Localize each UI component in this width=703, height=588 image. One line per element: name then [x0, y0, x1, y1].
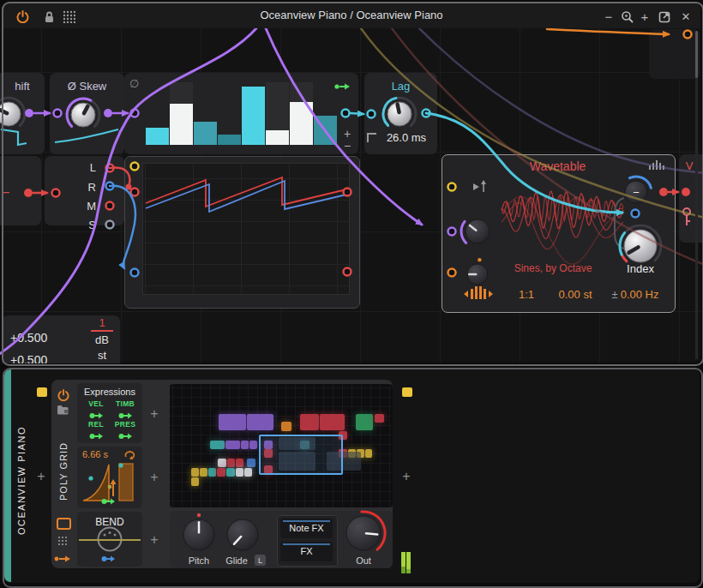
minimap-module-block [219, 414, 246, 430]
add-modulator-button[interactable]: + [147, 532, 161, 548]
zoom-reset-icon[interactable] [619, 9, 634, 24]
track-color-strip [4, 369, 11, 582]
lag-time-value[interactable]: 26.0 ms [380, 131, 433, 144]
minimap-module-block [300, 414, 319, 430]
envelope-out-port-icon[interactable] [100, 496, 115, 506]
minimap-module-block [210, 441, 225, 449]
note-fx-accent [283, 520, 330, 522]
device-power-icon[interactable] [57, 388, 69, 401]
minimap-module-block [375, 414, 384, 423]
routing-icon[interactable] [53, 554, 72, 564]
track-name-vertical: OCEANVIEW PIANO [15, 401, 28, 559]
minimap-module-block [225, 441, 240, 449]
envelope-time-value[interactable]: 6.66 s [82, 449, 108, 459]
bend-value-line [79, 539, 141, 541]
minimap-module-block [227, 459, 235, 467]
module-minus-label: − [2, 185, 14, 201]
fx-accent [283, 543, 330, 545]
glide-knob-label: Glide [219, 555, 254, 566]
preset-folder-icon[interactable] [56, 404, 69, 415]
expression-label-timb: TIMB [112, 399, 138, 408]
value-row2[interactable]: +0.500 [10, 353, 47, 363]
minimap-viewport[interactable] [259, 435, 343, 475]
step-bar[interactable] [194, 122, 217, 145]
bitwig-grid-window: hift Ø Skew ∅ + − Lag 26.0 ms − L R M S … [0, 0, 703, 588]
expression-port-icon[interactable] [89, 408, 103, 417]
track-io-square[interactable] [37, 387, 47, 397]
module-title: Wavetable [442, 159, 674, 173]
unit-fraction-denominator[interactable]: dB [91, 333, 113, 346]
add-device-left-button[interactable]: + [33, 469, 49, 484]
note-fx-label: Note FX [280, 523, 333, 533]
display-toggle-icon[interactable] [57, 518, 71, 530]
minimap-module-block [236, 459, 243, 467]
minimap-module-block [281, 422, 291, 431]
loop-icon[interactable] [123, 448, 138, 460]
value-row2-unit[interactable]: st [91, 349, 113, 362]
steps-bars[interactable] [146, 82, 338, 145]
level-meter-left [401, 552, 406, 573]
expressions-title: Expressions [77, 387, 142, 397]
bend-out-port-icon[interactable] [100, 554, 115, 563]
module-title: Lag [364, 80, 437, 93]
close-icon[interactable]: ✕ [678, 9, 694, 24]
wavetable-freq-value[interactable]: ±0.00 Hz [604, 288, 666, 301]
step-bar[interactable] [170, 104, 193, 145]
popout-icon[interactable] [657, 9, 672, 24]
minimap-module-block [241, 441, 249, 449]
zoom-out-button[interactable]: − [601, 9, 616, 24]
module-title: hift [0, 80, 45, 93]
expression-label-pres: PRES [112, 420, 138, 429]
minimap-module-block [191, 468, 199, 477]
remote-controls-icon[interactable] [57, 535, 69, 547]
module-title: Ø Skew [50, 80, 124, 93]
step-bar[interactable] [266, 130, 289, 145]
minimap-module-block [365, 449, 372, 458]
value-row1[interactable]: +0.500 [10, 331, 47, 345]
minimap-module-block [244, 468, 252, 477]
step-bar[interactable] [218, 135, 241, 145]
wavetable-preset-name[interactable]: Sines, by Octave [480, 262, 626, 274]
wavetable-detune-value[interactable]: 0.00 st [549, 288, 602, 301]
scrollbar-thumb[interactable] [695, 31, 698, 78]
device-name-vertical: POLY GRID [57, 431, 70, 513]
window-titlebar[interactable]: Oceanview Piano / Oceanview Piano − + ✕ [3, 3, 700, 28]
fx-label: FX [280, 546, 333, 556]
steps-remove-button[interactable]: − [341, 139, 353, 153]
track-io-square-right[interactable] [402, 387, 412, 397]
expression-label-vel: VEL [83, 399, 109, 408]
expression-label-rel: REL [83, 420, 109, 429]
minimap-module-block [236, 468, 243, 477]
plusminus-sign: ± [612, 288, 618, 301]
minimap-module-block [208, 468, 216, 477]
expression-port-icon[interactable] [118, 408, 132, 417]
lrms-label-r: R [75, 181, 96, 194]
minimap-module-block [356, 414, 373, 430]
glide-mode-badge[interactable]: L [255, 555, 266, 566]
lrms-label-m: M [75, 200, 96, 213]
lrms-label-s: S [75, 219, 96, 231]
minimap-module-block [320, 414, 345, 430]
scrollbar-track[interactable] [695, 31, 698, 359]
expression-port-icon[interactable] [89, 429, 103, 437]
minimap-module-block [200, 468, 207, 477]
zoom-in-button[interactable]: + [637, 9, 652, 24]
expression-port-icon[interactable] [118, 429, 132, 437]
step-bar[interactable] [314, 116, 337, 145]
unit-fraction-numerator[interactable]: 1 [91, 316, 113, 329]
level-meter-right [406, 552, 411, 573]
fraction-bar [91, 330, 113, 332]
step-bar[interactable] [146, 128, 169, 145]
lrms-label-l: L [75, 162, 96, 174]
step-bar[interactable] [290, 102, 313, 145]
add-modulator-button[interactable]: + [147, 406, 161, 422]
patch-minimap[interactable] [170, 384, 393, 507]
step-ghost [266, 82, 289, 130]
wavetable-ratio-value[interactable]: 1:1 [513, 288, 540, 301]
add-modulator-button[interactable]: + [147, 470, 161, 485]
index-knob-label: Index [613, 262, 668, 275]
partial-module[interactable] [649, 29, 700, 79]
add-device-right-button[interactable]: + [399, 469, 414, 484]
step-bar[interactable] [242, 87, 265, 145]
step-ghost [170, 82, 193, 104]
